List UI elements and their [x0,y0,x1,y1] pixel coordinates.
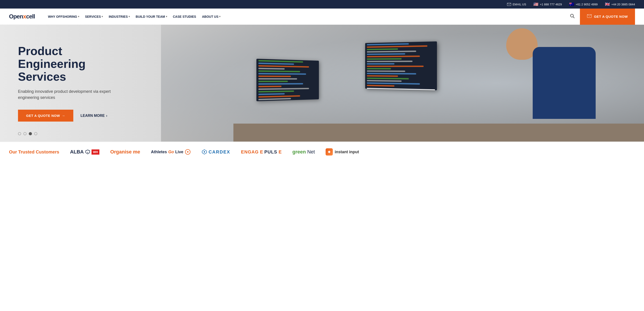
monitor-right [365,41,437,90]
logo-instant-input: instant input [326,148,359,155]
hero-subtitle: Enabling innovative product development … [18,88,112,101]
nav-item-industries[interactable]: INDUSTRIES ▾ [106,13,132,20]
instant-input-icon [326,148,333,155]
nav-item-about[interactable]: ABOUT US ▾ [200,13,222,20]
svg-line-2 [573,17,574,18]
phone-uk[interactable]: 🇬🇧 +44 20 3885 0844 [605,2,635,7]
nav-item-services[interactable]: SERVICES ▾ [83,13,105,20]
chevron-down-icon: ▾ [219,15,220,18]
nav-item-case-studies[interactable]: CASE STUDIES [171,13,198,20]
learn-more-label: LEARN MORE [80,114,105,118]
phone-au-number: +61 2 9052 4999 [576,3,598,6]
logo-athletesgolive: AthletesGoLive [151,149,191,155]
nav-link-industries[interactable]: INDUSTRIES ▾ [106,13,132,20]
nav-item-build-team[interactable]: BUILD YOUR TEAM ▾ [133,13,169,20]
logo-engagepulse: ENGAGEPULSE [241,149,282,155]
logo-alba: ALBA ▲ WH [70,149,100,155]
top-bar: EMAIL US 🇺🇸 +1 888 777 4629 🇦🇺 +61 2 905… [0,0,644,8]
search-icon[interactable] [570,14,574,19]
athletesgolive-icon [184,149,191,155]
phone-us-number: +1 888 777 4629 [540,3,562,6]
logo[interactable]: Openxcell [9,13,35,20]
hero-section: Product Engineering Services Enabling in… [0,25,644,142]
logo-cardex: CARDEX [202,149,230,155]
arrow-right-icon: → [62,114,66,117]
nav-link-offshoring[interactable]: WHY OFFSHORING ▾ [46,13,82,20]
phone-au[interactable]: 🇦🇺 +61 2 9052 4999 [569,2,598,7]
person-body [533,47,596,119]
nav-links: WHY OFFSHORING ▾ SERVICES ▾ INDUSTRIES ▾… [46,13,566,20]
cardex-icon [202,149,207,155]
hero-content: Product Engineering Services Enabling in… [0,45,130,122]
customer-logos: ALBA ▲ WH Organiseme AthletesGoLive [70,148,635,155]
nav-link-about[interactable]: ABOUT US ▾ [200,13,222,20]
slide-dot-1[interactable] [18,132,21,135]
slide-dot-3[interactable] [29,132,32,135]
email-label: EMAIL US [513,3,526,6]
desk [234,124,644,142]
chevron-down-icon: ▾ [102,15,103,18]
chevron-down-icon: ▾ [166,15,167,18]
hero-title: Product Engineering Services [18,45,112,83]
nav-link-case-studies[interactable]: CASE STUDIES [171,13,198,20]
nav-link-build-team[interactable]: BUILD YOUR TEAM ▾ [133,13,169,20]
alba-shield-icon: ▲ [85,149,90,154]
phone-uk-number: +44 20 3885 0844 [612,3,635,6]
hero-buttons: GET A QUOTE NOW → LEARN MORE › [18,110,112,122]
hero-background [161,25,644,142]
customers-label: Our Trusted Customers [9,149,59,155]
chevron-down-icon: ▾ [78,15,79,18]
svg-text:▲: ▲ [87,151,88,153]
slide-dot-4[interactable] [34,132,37,135]
logo-organiseme: Organiseme [110,149,140,155]
main-nav: Openxcell WHY OFFSHORING ▾ SERVICES ▾ IN… [0,8,644,25]
envelope-icon [587,14,592,19]
get-quote-nav-button[interactable]: GET A QUOTE NOW [580,8,635,25]
nav-item-offshoring[interactable]: WHY OFFSHORING ▾ [46,13,82,20]
svg-point-8 [204,151,205,153]
nav-link-services[interactable]: SERVICES ▾ [83,13,105,20]
get-quote-hero-label: GET A QUOTE NOW [26,114,60,117]
hero-dots [18,132,37,135]
chevron-right-icon: › [106,114,107,118]
slide-dot-2[interactable] [24,132,26,135]
phone-us[interactable]: 🇺🇸 +1 888 777 4629 [533,2,562,7]
learn-more-link[interactable]: LEARN MORE › [80,114,107,118]
chevron-down-icon: ▾ [128,15,130,18]
email-contact[interactable]: EMAIL US [507,3,526,6]
get-quote-hero-button[interactable]: GET A QUOTE NOW → [18,110,73,122]
flag-au: 🇦🇺 [569,2,574,7]
monitor-left [256,59,319,101]
get-quote-nav-label: GET A QUOTE NOW [594,14,628,18]
flag-us: 🇺🇸 [533,2,538,7]
flag-uk: 🇬🇧 [605,2,610,7]
logo-greennet: greenNet [292,149,315,155]
customers-bar: Our Trusted Customers ALBA ▲ WH Organise… [0,142,644,162]
